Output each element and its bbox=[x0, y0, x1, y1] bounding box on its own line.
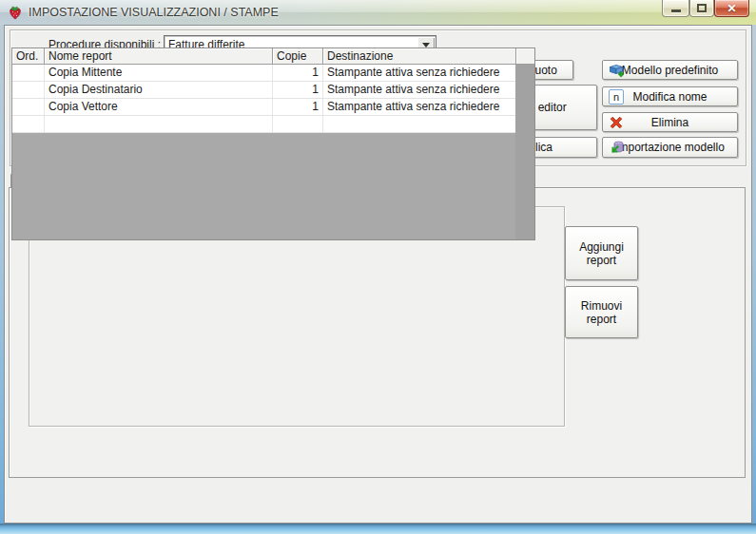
importazione-modello-label: Importazione modello bbox=[615, 141, 725, 154]
client-area: Procedure disponibili : Fatture differit… bbox=[4, 25, 752, 524]
elimina-label: Elimina bbox=[651, 116, 688, 129]
cell-destinazione bbox=[323, 116, 515, 132]
modifica-nome-button[interactable]: n Modifica nome bbox=[602, 86, 738, 106]
modello-predefinito-label: Modello predefinito bbox=[622, 64, 718, 77]
cell-copie: 1 bbox=[273, 99, 323, 115]
rimuovi-report-button[interactable]: Rimuovi report bbox=[565, 286, 638, 338]
report-table-main: Ord. Nome report Copie Destinazione Copi… bbox=[12, 48, 515, 239]
cell-copie: 1 bbox=[273, 82, 323, 98]
rimuovi-report-label: Rimuovi report bbox=[572, 299, 631, 326]
delete-x-icon bbox=[609, 115, 624, 130]
cell-nome bbox=[45, 116, 273, 132]
table-header-cap bbox=[515, 48, 534, 65]
col-header-destinazione[interactable]: Destinazione bbox=[323, 48, 515, 65]
grid-empty-area bbox=[12, 133, 515, 239]
col-header-ord[interactable]: Ord. bbox=[12, 48, 45, 65]
cell-ord bbox=[12, 116, 45, 132]
window-border-right bbox=[752, 25, 756, 524]
maximize-icon bbox=[697, 4, 707, 12]
aggiungi-report-label: Aggiungi report bbox=[572, 240, 631, 267]
modello-predefinito-button[interactable]: Modello predefinito bbox=[602, 60, 738, 80]
importazione-modello-button[interactable]: Importazione modello bbox=[602, 137, 738, 158]
table-row[interactable]: Copia Vettore 1 Stampante attiva senza r… bbox=[12, 99, 515, 116]
import-icon bbox=[609, 140, 624, 155]
settings-window: IMPOSTAZIONE VISUALIZZAZIONI / STAMPE ✕ … bbox=[0, 0, 756, 534]
window-border-bottom bbox=[0, 524, 756, 534]
aggiungi-report-button[interactable]: Aggiungi report bbox=[565, 226, 638, 280]
modifica-nome-label: Modifica nome bbox=[632, 90, 707, 104]
table-row[interactable]: Copia Destinatario 1 Stampante attiva se… bbox=[12, 82, 515, 99]
table-header-row: Ord. Nome report Copie Destinazione bbox=[12, 48, 515, 65]
cell-destinazione: Stampante attiva senza richiedere bbox=[323, 99, 515, 115]
maximize-button[interactable] bbox=[689, 0, 714, 17]
minimize-button[interactable] bbox=[662, 0, 689, 17]
cell-ord bbox=[12, 82, 45, 98]
table-row-empty[interactable] bbox=[12, 116, 515, 133]
strawberry-icon bbox=[8, 5, 23, 20]
cell-nome: Copia Vettore bbox=[45, 99, 273, 115]
col-header-copie[interactable]: Copie bbox=[273, 48, 323, 65]
window-title: IMPOSTAZIONE VISUALIZZAZIONI / STAMPE bbox=[29, 0, 279, 25]
report-table: Ord. Nome report Copie Destinazione Copi… bbox=[11, 48, 535, 240]
cell-destinazione: Stampante attiva senza richiedere bbox=[323, 82, 515, 98]
cell-copie: 1 bbox=[273, 65, 323, 81]
table-row[interactable]: Copia Mittente 1 Stampante attiva senza … bbox=[12, 65, 515, 82]
cell-nome: Copia Destinatario bbox=[45, 82, 273, 98]
close-button[interactable]: ✕ bbox=[714, 0, 749, 17]
col-header-nome[interactable]: Nome report bbox=[45, 48, 273, 65]
cell-ord bbox=[12, 65, 45, 81]
elimina-button[interactable]: Elimina bbox=[602, 112, 738, 132]
minimize-icon bbox=[671, 10, 681, 12]
table-scrollbar-track[interactable] bbox=[515, 65, 534, 239]
cell-ord bbox=[12, 99, 45, 115]
cell-destinazione: Stampante attiva senza richiedere bbox=[323, 65, 515, 81]
predefined-model-icon bbox=[609, 63, 624, 78]
rename-icon: n bbox=[609, 89, 624, 105]
cell-nome: Copia Mittente bbox=[45, 65, 273, 81]
grid-side-strip bbox=[515, 48, 534, 239]
close-icon: ✕ bbox=[727, 1, 736, 16]
cell-copie bbox=[273, 116, 323, 132]
